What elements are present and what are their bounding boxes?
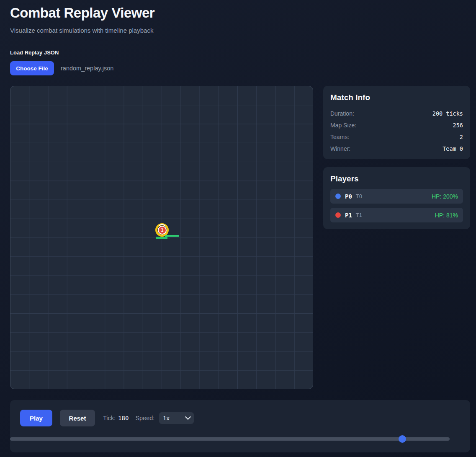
player-team: T0 bbox=[356, 193, 362, 199]
speed-control: Speed: 1x bbox=[135, 412, 194, 424]
reset-button[interactable]: Reset bbox=[60, 410, 95, 426]
tick-indicator: Tick: 180 bbox=[103, 415, 129, 421]
playback-panel: Play Reset Tick: 180 Speed: 1x bbox=[10, 400, 470, 452]
match-info-row-mapsize: Map Size: 256 bbox=[330, 119, 463, 131]
replay-canvas[interactable]: 1 bbox=[10, 86, 313, 389]
duration-value: 200 ticks bbox=[432, 110, 463, 117]
loaded-filename: random_replay.json bbox=[61, 65, 113, 72]
choose-file-button[interactable]: Choose File bbox=[10, 61, 54, 75]
chevron-down-icon bbox=[185, 414, 191, 420]
winner-label: Winner: bbox=[330, 145, 350, 152]
match-info-card: Match Info Duration: 200 ticks Map Size:… bbox=[323, 86, 470, 159]
page-subtitle: Visualize combat simulations with timeli… bbox=[10, 27, 153, 34]
team0-dot-icon bbox=[335, 194, 341, 199]
mapsize-value: 256 bbox=[453, 122, 463, 129]
timeline-slider-track[interactable] bbox=[10, 437, 450, 441]
player-row-p1: P1 T1 HP: 81% bbox=[330, 208, 463, 222]
winner-value: Team 0 bbox=[443, 145, 463, 152]
teams-value: 2 bbox=[460, 134, 463, 140]
load-replay-label: Load Replay JSON bbox=[10, 49, 59, 56]
team1-dot-icon bbox=[335, 212, 341, 218]
combat-replay-viewer-app: Combat Replay Viewer Visualize combat si… bbox=[0, 0, 476, 457]
match-info-row-duration: Duration: 200 ticks bbox=[330, 108, 463, 119]
player-name: P1 bbox=[345, 212, 352, 219]
player-hp: HP: 200% bbox=[432, 193, 458, 200]
mapsize-label: Map Size: bbox=[330, 122, 356, 129]
players-card: Players P0 T0 HP: 200% P1 T1 HP: 81% bbox=[323, 167, 470, 229]
player-hp: HP: 81% bbox=[435, 212, 458, 219]
teams-label: Teams: bbox=[330, 134, 349, 140]
match-info-row-teams: Teams: 2 bbox=[330, 131, 463, 143]
players-title: Players bbox=[330, 174, 463, 183]
timeline-slider[interactable] bbox=[10, 436, 450, 442]
playback-controls-row: Play Reset Tick: 180 Speed: 1x bbox=[20, 410, 460, 426]
hp-bar-p1 bbox=[156, 237, 170, 239]
speed-select[interactable]: 1x bbox=[159, 412, 194, 424]
timeline-slider-thumb[interactable] bbox=[399, 435, 406, 443]
play-button[interactable]: Play bbox=[20, 410, 52, 426]
player-team: T1 bbox=[356, 212, 362, 218]
match-info-title: Match Info bbox=[330, 93, 463, 102]
page-title: Combat Replay Viewer bbox=[10, 5, 154, 21]
unit-marker-p1: 1 bbox=[158, 226, 167, 235]
tick-label: Tick: bbox=[103, 415, 116, 421]
hp-bar-p1-fill bbox=[156, 237, 167, 239]
speed-select-value: 1x bbox=[163, 415, 170, 421]
player-name: P0 bbox=[345, 193, 352, 200]
match-info-row-winner: Winner: Team 0 bbox=[330, 143, 463, 155]
duration-label: Duration: bbox=[330, 110, 354, 117]
tick-value: 180 bbox=[118, 415, 129, 421]
speed-label: Speed: bbox=[135, 415, 154, 421]
player-row-p0: P0 T0 HP: 200% bbox=[330, 189, 463, 204]
